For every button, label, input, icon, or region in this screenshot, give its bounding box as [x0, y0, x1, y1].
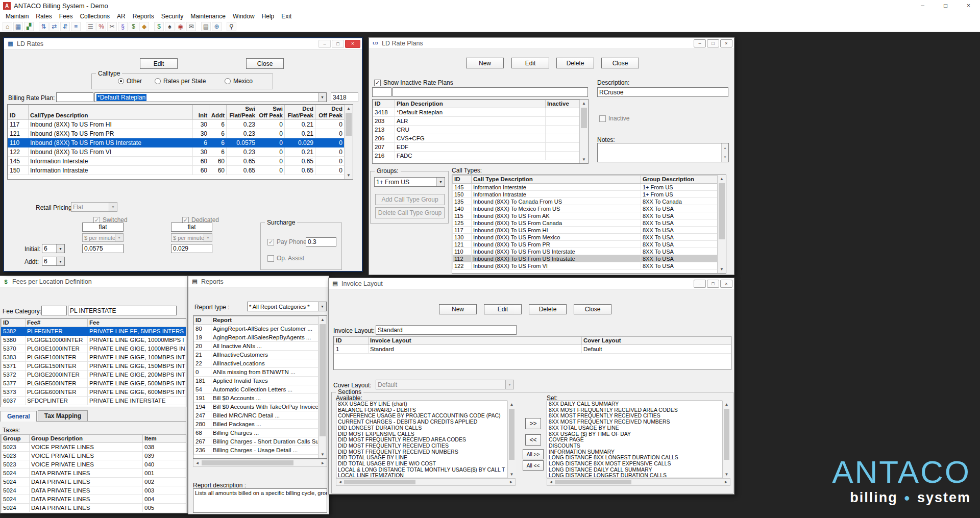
scroll-right-icon[interactable]: ► [507, 479, 515, 485]
scroll-up-icon[interactable]: ▲ [318, 316, 327, 324]
vertical-scrollbar[interactable]: ▲ ▼ [318, 316, 327, 458]
horizontal-scrollbar[interactable]: ◄ ► [336, 478, 516, 486]
invoice-layout-titlebar[interactable]: ▤ Invoice Layout – □ × [329, 278, 734, 289]
table-row[interactable]: 5377PLGIGE500INTERPRIVATE LINE GIGE, 500… [2, 379, 186, 388]
table-row[interactable]: 247Billed MRC/NRC Detail ... [194, 411, 319, 420]
scroll-down-icon[interactable]: ▼ [722, 153, 728, 162]
scroll-left-icon[interactable]: ◄ [336, 479, 344, 485]
close-button[interactable]: Close [246, 58, 284, 69]
col-header[interactable]: Group Description [30, 435, 143, 443]
chevron-down-icon[interactable]: ▼ [204, 234, 212, 241]
fee-category-code-input[interactable] [41, 306, 67, 315]
ld-rates-icon[interactable]: ⇅ [39, 22, 48, 31]
scroll-thumb[interactable] [346, 113, 352, 136]
delete-call-type-group-button[interactable]: Delete Call Type Group [375, 207, 445, 218]
menu-maintenance[interactable]: Maintenance [187, 13, 229, 20]
table-row[interactable]: 203ALR [373, 117, 580, 126]
chevron-down-icon[interactable]: ▼ [56, 257, 64, 265]
list-item[interactable]: 8XX DAILY CALL SUMMARY [547, 401, 730, 407]
scroll-left-icon[interactable]: ◄ [547, 479, 555, 485]
col-header[interactable]: Cover Layout [582, 337, 731, 345]
plan-description-filter-input[interactable] [393, 87, 588, 97]
list-item[interactable]: DISCOUNTS [547, 443, 730, 449]
chevron-down-icon[interactable]: ▼ [318, 93, 326, 102]
add-call-type-group-button[interactable]: Add Call Type Group [375, 194, 445, 205]
mail-icon[interactable]: ✉ [186, 22, 196, 31]
col-header[interactable]: ID [373, 100, 395, 108]
maximize-icon[interactable]: □ [707, 39, 719, 47]
scroll-down-icon[interactable]: ▼ [580, 156, 588, 163]
scroll-up-icon[interactable]: ▲ [345, 105, 353, 112]
table-row[interactable]: 80AgingReport-AllSales per Customer ... [194, 325, 319, 333]
globe-icon[interactable]: ⊕ [212, 22, 222, 31]
table-row[interactable]: 121Inbound (8XX) To US From PR8XX To USA [453, 241, 718, 248]
money-icon[interactable]: $ [129, 22, 138, 31]
report-type-combo[interactable]: * All Report Categories * ▼ [247, 302, 327, 311]
table-row[interactable]: 5373PLGIGE600INTERPRIVATE LINE GIGE, 600… [2, 388, 186, 397]
col-header[interactable]: Swi Off Peak [257, 105, 285, 120]
radio-other[interactable]: Other [118, 78, 142, 85]
vertical-scrollbar[interactable]: ▲ ▼ [579, 100, 588, 163]
table-row[interactable]: 5372PLGIGE2000INTERPRIVATE LINE GIGE, 20… [2, 371, 186, 379]
table-row[interactable]: 0ANIs missing from BTN/WTN ... [194, 368, 319, 377]
table-row[interactable]: 117Inbound (8XX) To US From HI8XX To USA [453, 227, 718, 234]
close-icon[interactable]: × [720, 280, 732, 288]
table-row[interactable]: 5371PLGIGE150INTERPRIVATE LINE GIGE, 150… [2, 362, 186, 371]
menu-exit[interactable]: Exit [278, 13, 295, 20]
table-row[interactable]: 112Inbound (8XX) To US From US Intrastat… [453, 255, 718, 262]
dedicated-unit-combo[interactable]: $ per minute ▼ [171, 233, 212, 242]
scroll-thumb[interactable] [320, 324, 326, 436]
list-item[interactable]: DID MOST FREQUENTLY RECEIVED CITIES [336, 443, 515, 449]
scroll-thumb[interactable] [344, 480, 415, 484]
col-header[interactable]: Ded Flat/Peak [285, 105, 315, 120]
table-row[interactable]: 68Billing Charges ... [194, 429, 319, 437]
col-header[interactable]: Init [193, 105, 209, 120]
groups-combo[interactable]: 1+ From US ▼ [374, 177, 445, 187]
addt-count-combo[interactable]: 6 ▼ [42, 257, 65, 266]
table-row[interactable]: 20All Inactive ANIs ... [194, 342, 319, 351]
chevron-down-icon[interactable]: ▼ [115, 234, 123, 241]
vertical-scrollbar[interactable]: ▲ ▼ [722, 401, 730, 478]
retail-pricing-combo[interactable]: Flat ▼ [71, 202, 117, 212]
scroll-thumb[interactable] [724, 409, 729, 460]
move-right-button[interactable]: >> [525, 418, 541, 429]
table-row[interactable]: 22AllInactiveLocations [194, 359, 319, 368]
radio-mexico[interactable]: Mexico [225, 78, 253, 85]
packages-icon[interactable]: ◆ [139, 22, 149, 31]
col-header[interactable]: Plan Description [395, 100, 546, 108]
close-icon[interactable]: × [957, 0, 980, 11]
table-row[interactable]: 122Inbound (8XX) To US From VI3060.2300.… [8, 147, 345, 157]
table-row[interactable]: 19AgingReport-AllSalesRepByAgents ... [194, 333, 319, 342]
table-row[interactable]: 5023VOICE PRIVATE LINES039 [2, 452, 186, 460]
move-all-right-button[interactable]: All >> [523, 449, 544, 459]
table-row[interactable]: 181Applied Invalid Taxes [194, 377, 319, 385]
taxes-icon[interactable]: § [118, 22, 128, 31]
notes-textarea[interactable]: ▲ ▼ [597, 143, 729, 162]
table-row[interactable]: 5024DATA PRIVATE LINES005 [2, 504, 186, 512]
edit-button[interactable]: Edit [484, 304, 522, 314]
table-row[interactable]: 21AllInactiveCustomers [194, 351, 319, 359]
vertical-scrollbar[interactable]: ▲ ▼ [344, 105, 353, 179]
menu-help[interactable]: Help [258, 13, 278, 20]
list-item[interactable]: 8XX TOTAL USAGE BY LINE [547, 425, 730, 431]
menu-rates[interactable]: Rates [32, 13, 55, 20]
scroll-thumb[interactable] [509, 409, 514, 460]
table-row[interactable]: 267Billing Charges - Short Duration Call… [194, 437, 319, 446]
table-row[interactable]: 1StandardDefault [334, 345, 731, 354]
description-field[interactable]: RCrusoe [597, 87, 728, 97]
table-row[interactable]: 191Bill $0 Accounts ... [194, 394, 319, 403]
notes-scrollbar[interactable]: ▲ ▼ [721, 143, 728, 162]
search-icon[interactable]: ⚲ [227, 22, 236, 31]
table-row[interactable]: 5024DATA PRIVATE LINES004 [2, 495, 186, 504]
col-header[interactable]: CallType Description [29, 105, 193, 120]
scroll-left-icon[interactable]: ◄ [193, 459, 201, 466]
col-header[interactable]: ID [453, 176, 472, 184]
table-row[interactable]: 145Information Interstate1+ From US [453, 184, 718, 191]
table-row[interactable]: 5382PLFE5INTERPRIVATE LINE FE, 5MBPS INT… [2, 327, 186, 336]
chevron-down-icon[interactable]: ▼ [505, 380, 513, 389]
table-row[interactable]: 5024DATA PRIVATE LINES003 [2, 486, 186, 495]
chevron-down-icon[interactable]: ▼ [56, 244, 64, 253]
table-row[interactable]: 130Inbound (8XX) To US From Mexico8XX To… [453, 234, 718, 241]
table-row[interactable]: 150Information Intrastate1+ From US [453, 191, 718, 198]
scroll-down-icon[interactable]: ▼ [718, 265, 726, 273]
